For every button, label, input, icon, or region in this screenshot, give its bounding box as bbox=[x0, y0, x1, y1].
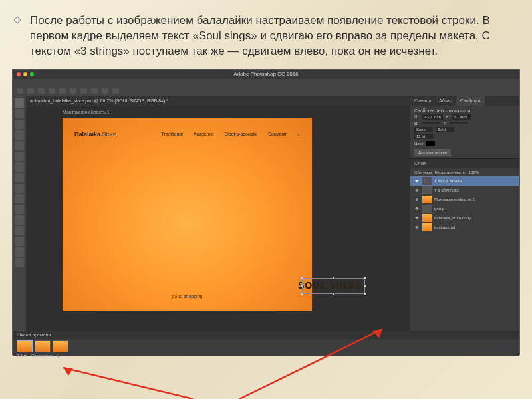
artboard-label: Монтажная область 1 bbox=[63, 110, 110, 114]
eraser-tool-icon[interactable] bbox=[15, 184, 24, 193]
tools-panel bbox=[13, 96, 26, 331]
tab-paragraph[interactable]: Абзац bbox=[435, 96, 456, 106]
annotation-arrow-icon bbox=[53, 362, 200, 399]
properties-panel: Свойства текстового слоя Ш: 4.07 inch X:… bbox=[410, 106, 519, 158]
visibility-icon[interactable]: 👁 bbox=[414, 198, 420, 201]
right-panels: Символ Абзац Свойства Свойства текстовог… bbox=[410, 96, 519, 331]
tab-properties[interactable]: Свойства bbox=[456, 96, 485, 106]
photoshop-window: Adobe Photoshop CC 2016 animation_balala… bbox=[12, 69, 520, 355]
timeline-frame[interactable] bbox=[17, 340, 33, 352]
layer-row[interactable]: 👁 background bbox=[410, 223, 519, 232]
svg-line-0 bbox=[63, 368, 193, 399]
frame-delay[interactable]: 0,2мс bbox=[17, 354, 27, 358]
mock-cta: go to shopping bbox=[172, 294, 203, 299]
layers-panel-title: Слои bbox=[410, 159, 519, 168]
visibility-icon[interactable]: 👁 bbox=[414, 216, 420, 220]
font-field[interactable]: Sans bbox=[414, 127, 433, 132]
layer-name: Монтажная область 1 bbox=[434, 198, 475, 201]
type-tool-icon[interactable] bbox=[15, 215, 24, 225]
timeline-panel: Шкала времени 0,2мс Однократно ▶ bbox=[13, 331, 519, 356]
nav-item: Electro-acoustic bbox=[225, 132, 258, 136]
lasso-tool-icon[interactable] bbox=[15, 120, 24, 129]
layer-name: Т SOUL SINGS bbox=[434, 179, 462, 183]
move-tool-icon[interactable] bbox=[15, 98, 24, 108]
window-titlebar: Adobe Photoshop CC 2016 bbox=[13, 70, 519, 79]
layers-panel: Слои Обычные Непрозрачность: 100% 👁 Т SO… bbox=[410, 158, 519, 331]
timeline-frame[interactable] bbox=[53, 340, 68, 352]
canvas-area[interactable]: Монтажная область 1 Balalaika.Store Trad… bbox=[26, 106, 410, 331]
close-icon[interactable] bbox=[17, 72, 21, 76]
search-icon: ⌕ bbox=[297, 132, 300, 136]
height-field[interactable] bbox=[422, 122, 440, 124]
h-label: В: bbox=[414, 121, 419, 126]
transform-bounding-box[interactable] bbox=[302, 278, 365, 294]
visibility-icon[interactable]: 👁 bbox=[414, 188, 420, 192]
zoom-tool-icon[interactable] bbox=[15, 258, 24, 267]
size-field[interactable]: 12 pt bbox=[414, 134, 433, 139]
color-swatch[interactable] bbox=[426, 141, 435, 146]
layer-name: background bbox=[434, 225, 455, 229]
marquee-tool-icon[interactable] bbox=[15, 109, 24, 118]
layer-row[interactable]: 👁 group bbox=[410, 204, 519, 213]
window-controls bbox=[17, 72, 34, 76]
y-field[interactable] bbox=[450, 122, 468, 124]
opacity-field[interactable]: 100% bbox=[469, 170, 479, 174]
mock-brand: Balalaika.Store bbox=[74, 131, 116, 138]
w-label: Ш: bbox=[414, 114, 420, 119]
play-icon[interactable]: ▶ bbox=[57, 354, 61, 358]
opacity-label: Непрозрачность: bbox=[435, 170, 466, 174]
timeline-frame[interactable] bbox=[35, 340, 51, 352]
app-title: Adobe Photoshop CC 2016 bbox=[233, 71, 298, 77]
crop-tool-icon[interactable] bbox=[15, 141, 24, 150]
brand-main: Balalaika. bbox=[74, 131, 102, 138]
hand-tool-icon[interactable] bbox=[15, 247, 24, 257]
properties-panel-tabs: Символ Абзац Свойства bbox=[410, 96, 519, 106]
y-label: Y: bbox=[443, 121, 447, 126]
x-label: X: bbox=[446, 114, 450, 119]
brand-sub: Store bbox=[102, 131, 117, 138]
nav-item: Academic bbox=[194, 132, 214, 136]
shape-tool-icon[interactable] bbox=[15, 237, 24, 246]
mock-nav: Traditional Academic Electro-acoustic So… bbox=[161, 132, 300, 136]
layer-row[interactable]: 👁 Монтажная область 1 bbox=[410, 195, 519, 204]
timeline-title: Шкала времени bbox=[13, 331, 519, 339]
brush-tool-icon[interactable] bbox=[15, 162, 24, 172]
color-swatch-label: Цвет: bbox=[414, 141, 515, 146]
options-bar[interactable] bbox=[13, 87, 519, 96]
visibility-icon[interactable]: 👁 bbox=[414, 225, 420, 229]
maximize-icon[interactable] bbox=[30, 72, 34, 76]
layer-name: group bbox=[434, 207, 444, 211]
layer-name: Т 3 STRINGS bbox=[434, 188, 459, 192]
nav-item: Traditional bbox=[161, 132, 182, 136]
width-field[interactable]: 4.07 inch bbox=[422, 114, 442, 120]
document-tab[interactable]: animation_balalaika_store.psd @ 66,7% (S… bbox=[26, 96, 410, 106]
nav-item: Souvenir bbox=[268, 132, 287, 136]
visibility-icon[interactable]: 👁 bbox=[414, 179, 420, 183]
properties-subtitle: Свойства текстового слоя bbox=[414, 108, 515, 113]
path-tool-icon[interactable] bbox=[15, 226, 24, 235]
layer-list: 👁 Т SOUL SINGS 👁 Т 3 STRINGS 👁 Монтажная… bbox=[410, 176, 519, 331]
tab-character[interactable]: Символ bbox=[410, 96, 435, 106]
svg-marker-1 bbox=[63, 368, 73, 376]
loop-mode[interactable]: Однократно bbox=[31, 354, 53, 358]
blend-mode[interactable]: Обычные bbox=[414, 170, 432, 174]
advanced-button[interactable]: Дополнительно bbox=[414, 149, 451, 156]
visibility-icon[interactable]: 👁 bbox=[414, 207, 420, 211]
layer-row[interactable]: 👁 Т 3 STRINGS bbox=[410, 186, 519, 195]
minimize-icon[interactable] bbox=[23, 72, 27, 76]
stamp-tool-icon[interactable] bbox=[15, 173, 24, 182]
menu-bar[interactable] bbox=[13, 79, 519, 87]
artboard[interactable]: Balalaika.Store Traditional Academic Ele… bbox=[63, 118, 312, 311]
layer-row[interactable]: 👁 balalaika_store.body bbox=[410, 213, 519, 223]
eyedropper-tool-icon[interactable] bbox=[15, 152, 24, 161]
mock-header: Balalaika.Store Traditional Academic Ele… bbox=[74, 131, 300, 138]
gradient-tool-icon[interactable] bbox=[15, 194, 24, 203]
pen-tool-icon[interactable] bbox=[15, 205, 24, 214]
x-field[interactable]: 61 inch bbox=[452, 114, 471, 120]
layer-name: balalaika_store.body bbox=[434, 216, 471, 220]
weight-field[interactable]: Bold bbox=[436, 127, 454, 132]
slide-bullet-text: После работы с изображением балалайки на… bbox=[0, 0, 532, 66]
wand-tool-icon[interactable] bbox=[15, 130, 24, 140]
layer-row[interactable]: 👁 Т SOUL SINGS bbox=[410, 176, 519, 186]
